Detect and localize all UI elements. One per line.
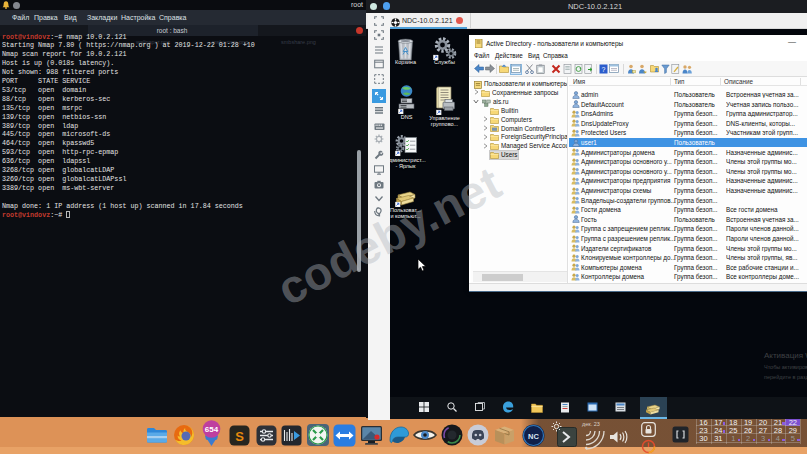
svg-text:?: ?	[601, 65, 605, 72]
svg-text:NC: NC	[528, 431, 539, 440]
svg-text:654: 654	[205, 424, 219, 433]
svg-text:S: S	[235, 428, 244, 443]
